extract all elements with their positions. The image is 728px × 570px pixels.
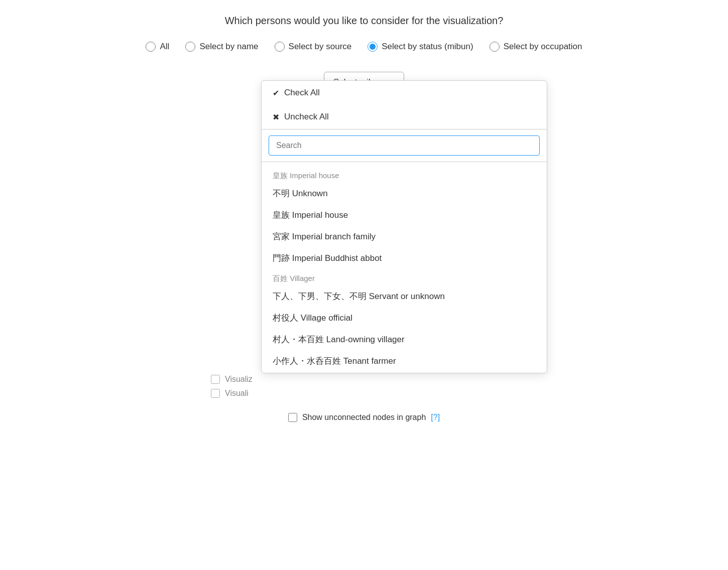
checkmark-icon: ✔	[273, 88, 279, 98]
help-link[interactable]: [?]	[431, 413, 440, 422]
vis2-label: Visuali	[225, 389, 249, 398]
radio-by-name-label: Select by name	[199, 42, 258, 52]
radio-by-name[interactable]	[185, 42, 195, 52]
bottom-checkbox-container: Show unconnected nodes in graph [?]	[0, 413, 728, 422]
radio-by-occupation-label: Select by occupation	[504, 42, 582, 52]
list-item[interactable]: 皇族 Imperial house	[262, 204, 547, 226]
mibun-dropdown-panel: ✔ Check All ✖ Uncheck All 皇族 Imperial ho…	[261, 80, 547, 373]
uncheck-all-label: Uncheck All	[284, 112, 329, 122]
list-item[interactable]: 宮家 Imperial branch family	[262, 226, 547, 247]
check-all-option[interactable]: ✔ Check All	[262, 81, 547, 105]
list-item[interactable]: 門跡 Imperial Buddhist abbot	[262, 247, 547, 269]
radio-option-all[interactable]: All	[146, 42, 169, 52]
person-selection-group: All Select by name Select by source Sele…	[0, 42, 728, 52]
radio-by-source-label: Select by source	[289, 42, 352, 52]
unconnected-nodes-label: Show unconnected nodes in graph	[302, 413, 426, 422]
group-header-villager: 百姓 Villager	[262, 269, 547, 286]
uncheck-all-option[interactable]: ✖ Uncheck All	[262, 105, 547, 129]
radio-by-status-label: Select by status (mibun)	[382, 42, 473, 52]
radio-all[interactable]	[146, 42, 156, 52]
group-header-imperial: 皇族 Imperial house	[262, 166, 547, 183]
visualize-option-1[interactable]: Visualiz	[30, 375, 698, 384]
check-all-label: Check All	[284, 88, 320, 98]
checkbox-vis1[interactable]	[211, 375, 220, 384]
radio-option-by-source[interactable]: Select by source	[275, 42, 352, 52]
list-item[interactable]: 不明 Unknown	[262, 183, 547, 204]
radio-all-label: All	[160, 42, 169, 52]
radio-option-by-occupation[interactable]: Select by occupation	[490, 42, 582, 52]
mibun-list: 皇族 Imperial house 不明 Unknown 皇族 Imperial…	[262, 162, 547, 373]
radio-option-by-status[interactable]: Select by status (mibun)	[368, 42, 473, 52]
vis1-label: Visualiz	[225, 375, 253, 384]
radio-by-source[interactable]	[275, 42, 285, 52]
list-item[interactable]: 村人・本百姓 Land-owning villager	[262, 329, 547, 350]
checkbox-vis2[interactable]	[211, 389, 220, 398]
radio-by-occupation[interactable]	[490, 42, 500, 52]
main-question: Which persons would you like to consider…	[0, 15, 728, 27]
unconnected-nodes-checkbox[interactable]	[288, 413, 297, 422]
list-item[interactable]: 下人、下男、下女、不明 Servant or unknown	[262, 286, 547, 307]
radio-by-status[interactable]	[368, 42, 378, 52]
radio-option-by-name[interactable]: Select by name	[185, 42, 258, 52]
search-container	[262, 129, 547, 162]
search-input[interactable]	[269, 135, 540, 156]
list-item[interactable]: 村役人 Village official	[262, 307, 547, 329]
list-item[interactable]: 小作人・水呑百姓 Tenant farmer	[262, 350, 547, 372]
visualize-option-2[interactable]: Visuali	[30, 389, 698, 398]
x-icon: ✖	[273, 112, 279, 122]
